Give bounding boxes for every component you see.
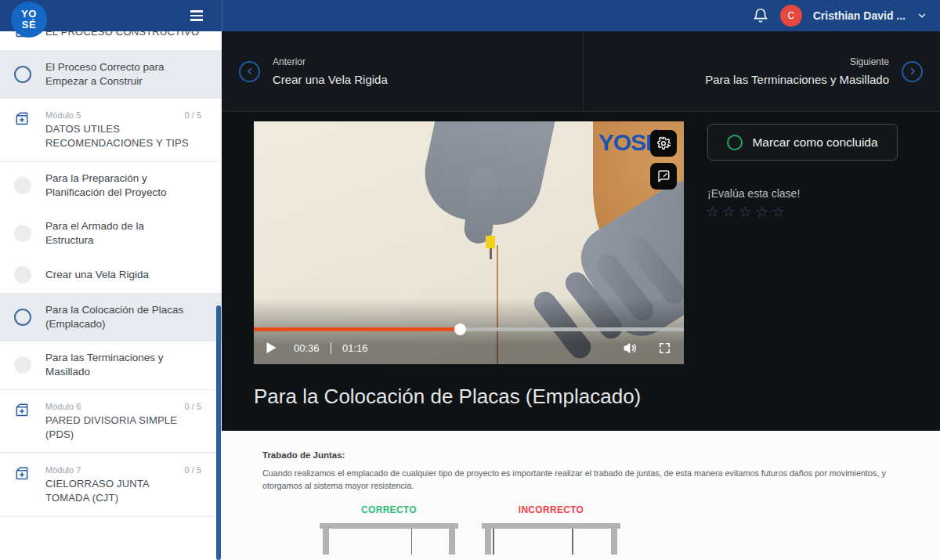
hamburger-menu-icon[interactable] xyxy=(188,8,205,23)
time-separator xyxy=(331,342,332,354)
video-control-row: 00:36 01:16 xyxy=(254,331,684,364)
module-folder-plus-icon xyxy=(14,402,30,417)
star-rating[interactable]: ☆ ☆ ☆ ☆ ☆ xyxy=(706,203,785,220)
user-name[interactable]: Cristhian David ... xyxy=(813,9,906,22)
module-title: PARED DIVISORIA SIMPLE (PDS) xyxy=(45,414,183,442)
incorrect-label: INCORRECTO xyxy=(482,504,620,515)
play-icon xyxy=(266,342,277,353)
module-progress-count: 0 / 5 xyxy=(185,465,201,475)
lesson-title: Para las Terminaciones y Masillado xyxy=(45,351,183,379)
incorrect-diagram xyxy=(482,523,620,555)
module-label: Módulo 5 xyxy=(45,110,81,120)
lesson-nav-strip: Anterior Crear una Vela Rigida Siguiente… xyxy=(222,31,940,112)
gear-icon xyxy=(656,136,671,150)
module-title: CIELORRASO JUNTA TOMADA (CJT) xyxy=(45,477,194,505)
prev-arrow-button[interactable] xyxy=(239,61,260,82)
lesson-title: Para la Preparación y Planificación del … xyxy=(45,172,190,200)
video-frame-pencil xyxy=(486,236,495,248)
correct-diagram xyxy=(320,523,458,555)
volume-button[interactable] xyxy=(623,341,638,356)
lesson-title: El Proceso Correcto para Empezar a Const… xyxy=(45,60,198,89)
module-title: EL PROCESO CONSTRUCTIVO xyxy=(45,31,201,39)
module-title: DATOS UTILES RECOMENDACIONES Y TIPS xyxy=(45,122,202,150)
module-label: Módulo 7 xyxy=(45,465,81,475)
module-folder-plus-icon xyxy=(14,465,30,481)
play-button[interactable] xyxy=(266,342,277,353)
lesson-title: Para el Armado de la Estructura xyxy=(45,219,175,247)
complete-label: Marcar como concluida xyxy=(752,135,877,150)
prev-lesson-title[interactable]: Crear una Vela Rigida xyxy=(273,73,388,86)
notifications-bell-icon[interactable] xyxy=(752,7,769,24)
lesson-status-circle-icon xyxy=(14,177,31,194)
course-sidebar: EL PROCESO CONSTRUCTIVO El Proceso Corre… xyxy=(0,31,222,560)
sidebar-lesson-preparacion-planificacion[interactable]: Para la Preparación y Planificación del … xyxy=(0,162,222,209)
next-label: Siguiente xyxy=(850,56,889,67)
star-icon[interactable]: ☆ xyxy=(772,203,785,220)
lesson-status-circle-icon xyxy=(14,266,31,284)
sidebar-lesson-el-proceso-correcto[interactable]: El Proceso Correcto para Empezar a Const… xyxy=(0,51,222,98)
prev-label: Anterior xyxy=(273,56,388,67)
prev-lesson-nav[interactable]: Anterior Crear una Vela Rigida xyxy=(222,31,584,111)
rate-class-label: ¡Evalúa esta clase! xyxy=(707,187,800,200)
video-feedback-button[interactable] xyxy=(650,163,677,190)
star-icon[interactable]: ☆ xyxy=(706,203,719,220)
next-arrow-button[interactable] xyxy=(902,61,923,82)
correct-column: CORRECTO xyxy=(320,504,458,555)
complete-circle-icon xyxy=(727,135,743,150)
mark-complete-button[interactable]: Marcar como concluida xyxy=(707,124,898,161)
sidebar-lesson-armado-estructura[interactable]: Para el Armado de la Estructura xyxy=(0,210,222,257)
video-settings-button[interactable] xyxy=(650,130,677,157)
lesson-content: YOSÉ xyxy=(222,112,940,431)
topbar: YO SÉ C Cristhian David ... xyxy=(0,0,940,31)
sidebar-scrollbar[interactable] xyxy=(216,305,221,560)
module-label: Módulo 6 xyxy=(45,402,81,411)
fullscreen-icon xyxy=(658,341,671,355)
description-paragraph: Cuando realizamos el emplacado de cualqu… xyxy=(262,467,889,492)
star-icon[interactable]: ☆ xyxy=(739,203,752,220)
topbar-right: C Cristhian David ... xyxy=(752,0,927,31)
sidebar-lesson-terminaciones-masillado[interactable]: Para las Terminaciones y Masillado xyxy=(0,341,222,388)
module-progress-count: 0 / 5 xyxy=(185,110,201,120)
user-avatar[interactable]: C xyxy=(780,5,802,27)
logo-line1: YO xyxy=(21,9,37,20)
sidebar-module-pared-divisoria[interactable]: Módulo 6 0 / 5 PARED DIVISORIA SIMPLE (P… xyxy=(0,389,222,453)
sidebar-lesson-crear-vela-rigida[interactable]: Crear una Vela Rigida xyxy=(0,257,222,293)
lesson-status-circle-icon xyxy=(14,66,31,83)
correct-label: CORRECTO xyxy=(320,504,458,515)
lesson-description: Trabado de Juntas: Cuando realizamos el … xyxy=(222,431,940,560)
lesson-page-title: Para la Colocación de Placas (Emplacado) xyxy=(254,385,641,409)
chevron-down-icon[interactable] xyxy=(916,10,927,21)
star-icon[interactable]: ☆ xyxy=(722,203,736,220)
lesson-status-circle-icon xyxy=(14,225,31,242)
course-player-page: YO SÉ C Cristhian David ... EL PROCESO C… xyxy=(0,0,940,560)
video-player[interactable]: YOSÉ xyxy=(254,121,684,364)
lesson-status-circle-icon xyxy=(14,309,31,326)
sidebar-module-cielorraso[interactable]: Módulo 7 0 / 5 CIELORRASO JUNTA TOMADA (… xyxy=(0,453,222,517)
lesson-title: Para la Colocación de Placas (Emplacado) xyxy=(45,303,190,331)
fullscreen-button[interactable] xyxy=(658,341,671,355)
next-lesson-nav[interactable]: Siguiente Para las Terminaciones y Masil… xyxy=(584,31,940,111)
lesson-title: Crear una Vela Rigida xyxy=(45,268,149,282)
main-area: Anterior Crear una Vela Rigida Siguiente… xyxy=(222,31,940,560)
topbar-divider xyxy=(222,0,222,31)
current-time: 00:36 xyxy=(294,342,320,354)
incorrect-column: INCORRECTO xyxy=(482,504,620,555)
speaker-icon xyxy=(623,341,638,356)
video-frame-pencil-tip xyxy=(490,248,492,259)
chevron-left-icon xyxy=(245,67,255,76)
lesson-status-circle-icon xyxy=(14,356,31,374)
sidebar-module-datos-utiles[interactable]: Módulo 5 0 / 5 DATOS UTILES RECOMENDACIO… xyxy=(0,98,222,162)
logo-line2: SÉ xyxy=(22,20,36,31)
module-progress-count: 0 / 5 xyxy=(185,402,201,411)
module-folder-plus-icon xyxy=(14,110,30,126)
avatar-initial: C xyxy=(787,10,794,21)
description-heading: Trabado de Juntas: xyxy=(262,450,940,460)
comment-edit-icon xyxy=(656,169,671,183)
sidebar-lesson-colocacion-placas[interactable]: Para la Colocación de Placas (Emplacado) xyxy=(0,293,222,341)
duration: 01:16 xyxy=(342,342,368,354)
star-icon[interactable]: ☆ xyxy=(755,203,768,220)
correct-incorrect-row: CORRECTO INCORRECTO xyxy=(320,504,940,555)
yose-logo[interactable]: YO SÉ xyxy=(11,2,47,38)
chevron-right-icon xyxy=(908,67,917,76)
next-lesson-title[interactable]: Para las Terminaciones y Masillado xyxy=(705,73,889,86)
